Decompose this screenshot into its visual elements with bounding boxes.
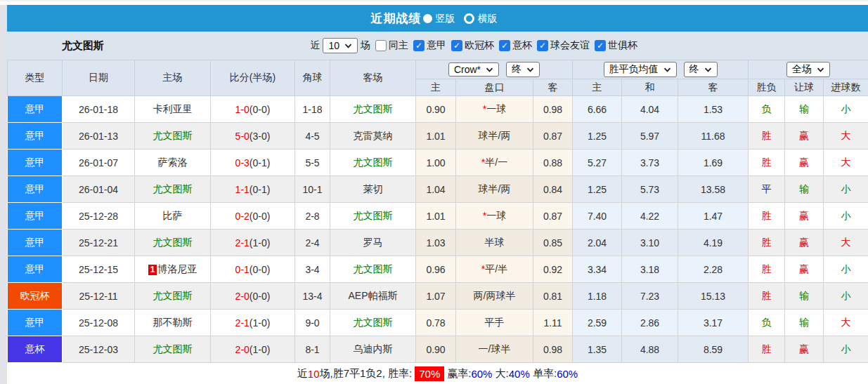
corner-score: 3-4 (295, 256, 330, 283)
away-team[interactable]: 克雷莫纳 (330, 123, 416, 150)
league-badge: 意甲 (8, 256, 63, 283)
score: 2-0(1-0) (211, 336, 295, 363)
summary-text: 10 (308, 368, 320, 380)
away-team-name[interactable]: AEP帕福斯 (348, 290, 397, 301)
checkbox-checked[interactable]: ✓ (499, 40, 510, 51)
league-badge: 意甲 (8, 123, 63, 150)
odds-home: 1.01 (416, 203, 456, 230)
halftime-score: (1-0) (250, 317, 271, 329)
away-team[interactable]: AEP帕福斯 (330, 283, 416, 310)
radio-label: 竖版 (436, 13, 455, 24)
radio-unselected-icon[interactable] (464, 13, 474, 24)
home-team[interactable]: 比萨 (135, 203, 211, 230)
fulltime-score: 0-2 (235, 211, 250, 222)
home-team[interactable]: 那不勒斯 (135, 310, 211, 336)
home-team-name[interactable]: 尤文图斯 (153, 183, 193, 194)
halftime-score: (0-1) (250, 157, 271, 168)
games-label: 场 (361, 39, 370, 52)
away-team-name[interactable]: 莱切 (363, 183, 383, 194)
away-team[interactable]: 乌迪内斯 (330, 336, 416, 363)
checkbox-checked[interactable]: ✓ (413, 40, 425, 51)
games-count-select[interactable]: 10 (323, 38, 358, 53)
halftime-score: (0-0) (250, 211, 271, 222)
result-goals: 大 (824, 123, 868, 150)
league-badge: 意甲 (8, 176, 63, 203)
away-team-name[interactable]: 尤文图斯 (354, 263, 393, 274)
mean-stage-select[interactable]: 终 (684, 62, 718, 77)
away-team-name[interactable]: 罗马 (363, 237, 383, 248)
home-team-name[interactable]: 博洛尼亚 (157, 263, 197, 274)
subcol-result-handicap: 让球 (785, 79, 824, 96)
checkbox-unchecked[interactable] (375, 40, 387, 51)
home-team-name[interactable]: 那不勒斯 (153, 317, 193, 328)
home-team-name[interactable]: 尤文图斯 (153, 343, 193, 355)
checkbox-checked[interactable]: ✓ (537, 40, 548, 51)
result-handicap: 赢 (785, 336, 824, 363)
away-team[interactable]: 尤文图斯 (330, 310, 416, 336)
home-team[interactable]: 尤文图斯 (135, 283, 211, 310)
away-team-name[interactable]: 尤文图斯 (354, 317, 393, 328)
table-row: 意甲26-01-04尤文图斯1-1(0-1)10-1莱切1.04球半/两0.84… (8, 176, 868, 203)
summary-text: 40% (509, 368, 530, 380)
away-team-name[interactable]: 尤文图斯 (354, 103, 393, 114)
table-row: 欧冠杯25-12-11尤文图斯2-0(0-0)13-4AEP帕福斯1.07两/两… (8, 283, 868, 310)
odds-company-select[interactable]: Crow* (448, 62, 499, 77)
odds-away: 0.92 (533, 256, 573, 283)
handicap-line: 球半/两 (456, 123, 533, 150)
corner-score: 4-5 (295, 123, 330, 150)
scope-select[interactable]: 全场 (786, 62, 830, 77)
home-team[interactable]: 尤文图斯 (135, 336, 211, 363)
home-team-name[interactable]: 尤文图斯 (153, 237, 193, 248)
result-goals: 小 (824, 256, 868, 283)
col-header-score: 比分(半场) (211, 60, 295, 96)
table-row: 意甲25-12-08那不勒斯2-1(1-0)9-0尤文图斯0.78平手1.112… (8, 310, 868, 336)
table-row: 意杯25-12-03尤文图斯2-0(1-0)8-1乌迪内斯0.90一/球半0.9… (8, 336, 868, 363)
summary-text: 60% (557, 368, 578, 380)
away-team[interactable]: 尤文图斯 (330, 203, 416, 230)
checkbox-checked[interactable]: ✓ (451, 40, 462, 51)
checkbox-label: 意甲 (427, 39, 446, 52)
home-team-name[interactable]: 萨索洛 (158, 157, 188, 168)
radio-selected-icon[interactable] (423, 14, 432, 23)
league-badge: 意甲 (8, 203, 63, 230)
home-team[interactable]: 1博洛尼亚 (135, 256, 211, 283)
home-team[interactable]: 卡利亚里 (135, 96, 211, 123)
mean-win-odds: 1.25 (573, 176, 622, 203)
result-goals: 大 (824, 230, 868, 256)
home-team-name[interactable]: 卡利亚里 (153, 103, 193, 114)
odds-home: 1.07 (416, 283, 456, 310)
panel-title: 近期战绩 (371, 11, 422, 27)
home-team[interactable]: 尤文图斯 (135, 230, 211, 256)
mean-lose-odds: 1.69 (678, 150, 749, 176)
checkbox-checked[interactable]: ✓ (595, 40, 606, 51)
score: 1-0(0-0) (211, 96, 295, 123)
table-header-row: 类型 日期 主场 比分(半场) 角球 客场 Crow* 终 (8, 60, 868, 79)
away-team[interactable]: 尤文图斯 (330, 96, 416, 123)
result-group-header: 全场 (749, 60, 868, 79)
odds-stage-select[interactable]: 终 (506, 62, 540, 77)
halftime-score: (0-1) (250, 184, 271, 195)
corner-score: 2-4 (295, 230, 330, 256)
home-team[interactable]: 尤文图斯 (135, 123, 211, 150)
away-team-name[interactable]: 乌迪内斯 (354, 343, 393, 355)
home-team-name[interactable]: 尤文图斯 (153, 290, 193, 301)
result-goals: 大 (824, 310, 868, 336)
away-team-name[interactable]: 克雷莫纳 (354, 130, 393, 141)
match-date: 26-01-07 (63, 150, 135, 176)
mean-type-select[interactable]: 胜平负均值 (604, 62, 677, 77)
home-team-name[interactable]: 比萨 (163, 210, 183, 221)
away-team-name[interactable]: 尤文图斯 (354, 157, 393, 168)
odds-away: 0.87 (533, 123, 573, 150)
away-team-name[interactable]: 尤文图斯 (354, 210, 393, 221)
away-team[interactable]: 尤文图斯 (330, 256, 416, 283)
home-team-name[interactable]: 尤文图斯 (153, 130, 193, 141)
away-team[interactable]: 莱切 (330, 176, 416, 203)
away-team[interactable]: 罗马 (330, 230, 416, 256)
home-team[interactable]: 尤文图斯 (135, 176, 211, 203)
away-team[interactable]: 尤文图斯 (330, 150, 416, 176)
fulltime-score: 0-1 (235, 264, 250, 275)
summary-text: 60% (471, 368, 492, 380)
result-handicap: 赢 (785, 123, 824, 150)
home-team[interactable]: 萨索洛 (135, 150, 211, 176)
col-header-date: 日期 (63, 60, 135, 96)
